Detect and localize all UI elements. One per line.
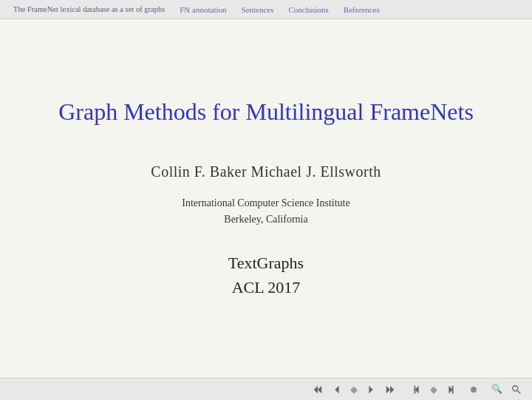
svg-marker-5 <box>390 385 394 393</box>
prev-section-button[interactable] <box>409 383 425 396</box>
institution-line2: Berkeley, California <box>182 211 349 228</box>
nav-item-fn-annotation[interactable]: FN annotation <box>172 5 233 14</box>
separator3: ◆ <box>430 384 437 396</box>
nav-item-framenet[interactable]: The FrameNet lexical database as a set o… <box>6 5 172 13</box>
bookmark-dot[interactable] <box>471 387 477 393</box>
prev-page-button[interactable] <box>329 383 345 396</box>
institution: International Computer Science Institute… <box>182 195 349 228</box>
svg-line-11 <box>517 390 520 393</box>
conference: TextGraphs ACL 2017 <box>228 251 304 299</box>
slide-title: Graph Methods for Multilingual FrameNets <box>58 98 474 126</box>
nav-item-references[interactable]: References <box>336 5 387 14</box>
search-icon[interactable]: 🔍 <box>488 382 505 396</box>
svg-marker-0 <box>314 385 318 393</box>
next-page-button[interactable] <box>363 383 379 396</box>
svg-marker-4 <box>386 385 390 393</box>
last-page-button[interactable] <box>382 383 398 396</box>
nav-bar: The FrameNet lexical database as a set o… <box>0 0 532 19</box>
institution-line1: International Computer Science Institute <box>182 195 349 211</box>
next-section-button[interactable] <box>443 383 459 396</box>
conference-line2: ACL 2017 <box>228 275 304 299</box>
nav-item-sentences[interactable]: Sentences <box>234 5 282 14</box>
first-page-button[interactable] <box>310 383 326 396</box>
svg-marker-2 <box>335 385 338 393</box>
svg-marker-3 <box>369 385 372 393</box>
separator1: ◆ <box>350 384 358 396</box>
svg-marker-1 <box>318 385 321 393</box>
zoom-icon[interactable] <box>508 383 525 396</box>
slide-content: Graph Methods for Multilingual FrameNets… <box>0 19 532 378</box>
svg-point-10 <box>513 385 518 390</box>
authors: Collin F. Baker Michael J. Ellsworth <box>151 163 381 180</box>
bottom-bar: ◆ ◆ 🔍 <box>0 378 532 400</box>
conference-line1: TextGraphs <box>228 251 304 275</box>
nav-item-conclusions[interactable]: Conclusions <box>281 5 335 14</box>
